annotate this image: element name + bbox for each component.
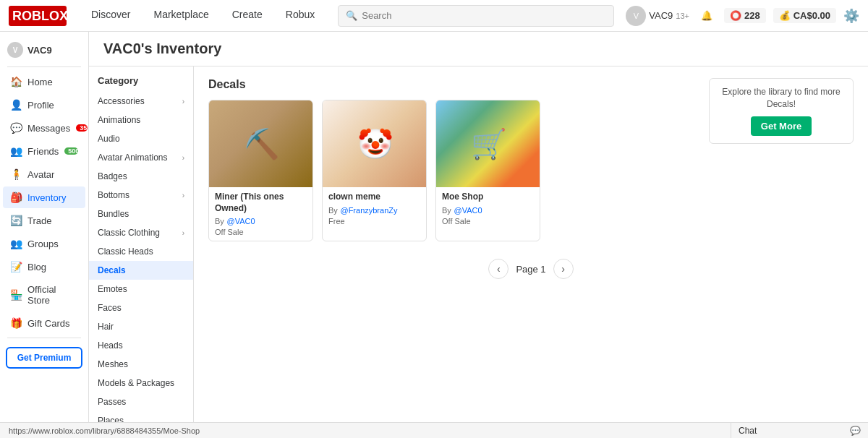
blog-icon: 📝	[10, 261, 22, 272]
category-decals[interactable]: Decals	[89, 261, 193, 280]
category-avatar-animations[interactable]: Avatar Animations ›	[89, 148, 193, 167]
sidebar-item-profile[interactable]: 👤 Profile	[3, 94, 85, 116]
trade-icon: 🔄	[10, 215, 22, 226]
sidebar-item-blog[interactable]: 📝 Blog	[3, 256, 85, 278]
sidebar-username: VAC9	[27, 45, 52, 56]
item-creator-miner[interactable]: @VAC0	[226, 217, 255, 226]
chevron-icon-cc: ›	[182, 229, 184, 237]
explore-banner: Explore the library to find more Decals!…	[709, 78, 854, 144]
logo[interactable]: ROBLOX	[9, 6, 74, 26]
nav-marketplace[interactable]: Marketplace	[142, 0, 220, 32]
category-animations[interactable]: Animations	[89, 111, 193, 129]
sidebar-item-official-store[interactable]: 🏪 Official Store	[3, 279, 85, 311]
top-nav: ROBLOX Discover Marketplace Create Robux…	[0, 0, 868, 32]
sidebar-label-home: Home	[27, 77, 53, 87]
item-price-miner: Off Sale	[215, 228, 307, 236]
friends-badge: 500+	[64, 147, 78, 155]
category-passes[interactable]: Passes	[89, 392, 193, 411]
chat-icon: 💬	[850, 426, 861, 436]
get-premium-button[interactable]: Get Premium	[6, 347, 82, 369]
category-bundles-label: Bundles	[98, 209, 129, 219]
groups-icon: 👥	[10, 238, 22, 249]
category-emotes[interactable]: Emotes	[89, 280, 193, 299]
category-emotes-label: Emotes	[98, 284, 127, 294]
nav-robux[interactable]: Robux	[274, 0, 326, 32]
item-image-moe	[436, 100, 540, 187]
sidebar-label-gift-cards: Gift Cards	[27, 318, 70, 329]
category-accessories[interactable]: Accessories ›	[89, 92, 193, 111]
sidebar-item-avatar[interactable]: 🧍 Avatar	[3, 163, 85, 185]
item-card-miner[interactable]: Miner (This ones Owned) By @VAC0 Off Sal…	[208, 100, 313, 241]
category-meshes[interactable]: Meshes	[89, 355, 193, 374]
item-creator-clown[interactable]: @FranzybranZy	[340, 206, 397, 215]
get-more-button[interactable]: Get More	[751, 116, 812, 136]
category-audio[interactable]: Audio	[89, 129, 193, 148]
item-card-moe[interactable]: Moe Shop By @VAC0 Off Sale	[435, 100, 540, 241]
profile-icon: 👤	[10, 99, 22, 111]
sidebar-item-trade[interactable]: 🔄 Trade	[3, 210, 85, 231]
messages-icon: 💬	[10, 122, 22, 134]
chevron-icon: ›	[182, 98, 184, 106]
sidebar-divider-top	[7, 66, 81, 67]
notifications-button[interactable]: 🔔	[697, 9, 717, 22]
currency-amount: CA$0.00	[793, 10, 830, 21]
category-hair[interactable]: Hair	[89, 317, 193, 336]
nav-discover[interactable]: Discover	[80, 0, 142, 32]
category-bottoms[interactable]: Bottoms ›	[89, 186, 193, 205]
item-card-clown[interactable]: clown meme By @FranzybranZy Free	[322, 100, 427, 241]
category-decals-label: Decals	[98, 265, 126, 275]
item-name-clown: clown meme	[328, 192, 420, 203]
robux-amount: 228	[744, 10, 760, 21]
search-input[interactable]	[362, 10, 606, 21]
gift-icon: 🎁	[10, 317, 22, 329]
sidebar-item-gift-cards[interactable]: 🎁 Gift Cards	[3, 312, 85, 334]
sidebar-label-trade: Trade	[27, 215, 51, 226]
sidebar-item-messages[interactable]: 💬 Messages 35k+	[3, 117, 85, 139]
search-bar: 🔍	[338, 5, 614, 27]
sidebar-label-friends: Friends	[27, 146, 59, 157]
sidebar-item-friends[interactable]: 👥 Friends 500+	[3, 140, 85, 162]
store-icon: 🏪	[10, 289, 22, 301]
items-area: Decals Explore the library to find more …	[194, 66, 868, 438]
category-classic-clothing[interactable]: Classic Clothing ›	[89, 223, 193, 242]
username-display: VAC9	[649, 10, 673, 21]
category-classic-clothing-label: Classic Clothing	[98, 228, 160, 238]
category-models-packages[interactable]: Models & Packages	[89, 374, 193, 392]
category-heads[interactable]: Heads	[89, 336, 193, 355]
item-name-moe: Moe Shop	[442, 192, 534, 203]
robux-display[interactable]: ⭕ 228	[724, 8, 766, 23]
main-layout: V VAC9 🏠 Home 👤 Profile 💬 Messages 35k+ …	[0, 32, 868, 438]
chat-label: Chat	[739, 426, 757, 436]
status-bar: https://www.roblox.com/library/688848435…	[0, 422, 868, 438]
nav-create[interactable]: Create	[221, 0, 274, 32]
sidebar-item-groups[interactable]: 👥 Groups	[3, 233, 85, 254]
chevron-icon-aa: ›	[182, 154, 184, 162]
svg-text:ROBLOX: ROBLOX	[12, 9, 67, 23]
next-page-button[interactable]: ›	[553, 259, 574, 279]
sidebar-label-avatar: Avatar	[27, 169, 54, 180]
category-badges-label: Badges	[98, 171, 127, 181]
content-body: Category Accessories › Animations Audio …	[89, 66, 868, 438]
prev-page-button[interactable]: ‹	[488, 259, 509, 279]
category-badges[interactable]: Badges	[89, 167, 193, 186]
item-creator-row-miner: By @VAC0	[215, 215, 307, 226]
category-classic-heads-label: Classic Heads	[98, 246, 153, 257]
sidebar-label-official-store: Official Store	[27, 284, 78, 306]
chat-panel[interactable]: Chat 💬	[731, 422, 868, 438]
sidebar-item-home[interactable]: 🏠 Home	[3, 71, 85, 93]
pagination: ‹ Page 1 ›	[208, 259, 854, 291]
category-meshes-label: Meshes	[98, 359, 128, 369]
sidebar: V VAC9 🏠 Home 👤 Profile 💬 Messages 35k+ …	[0, 32, 89, 438]
settings-button[interactable]: ⚙️	[843, 8, 859, 24]
sidebar-label-groups: Groups	[27, 239, 59, 249]
item-creator-label-miner: By	[215, 217, 224, 226]
currency-display[interactable]: 💰 CA$0.00	[773, 8, 836, 23]
sidebar-label-inventory: Inventory	[27, 192, 66, 203]
item-creator-moe[interactable]: @VAC0	[454, 206, 482, 215]
category-faces[interactable]: Faces	[89, 299, 193, 317]
category-models-packages-label: Models & Packages	[98, 378, 174, 388]
user-badge: V VAC9 13+	[626, 6, 689, 26]
category-classic-heads[interactable]: Classic Heads	[89, 242, 193, 261]
sidebar-item-inventory[interactable]: 🎒 Inventory	[3, 186, 85, 208]
category-bundles[interactable]: Bundles	[89, 205, 193, 223]
